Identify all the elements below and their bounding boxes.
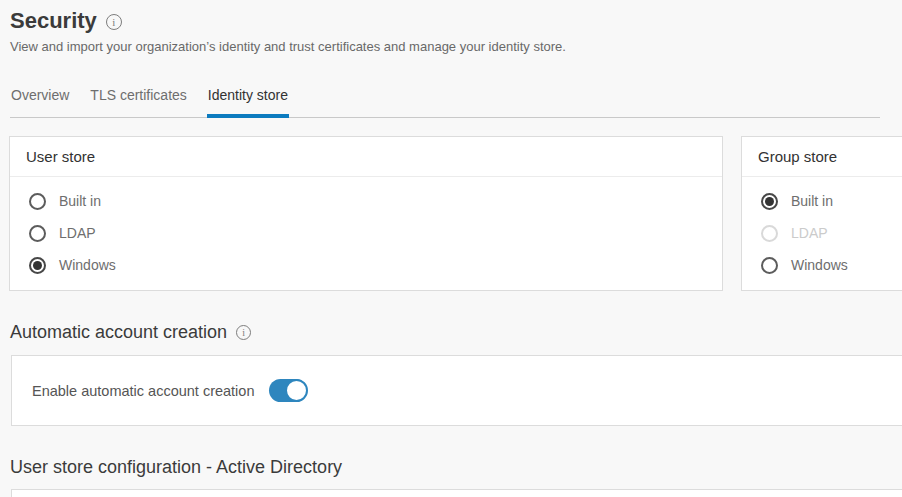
config-heading-row: User store configuration - Active Direct…: [10, 456, 902, 478]
auto-account-heading-row: Automatic account creation i: [10, 321, 902, 343]
group-store-card: Group store Built in LDAP Windows: [741, 136, 902, 291]
tab-bar: Overview TLS certificates Identity store: [10, 85, 880, 118]
radio-label: Built in: [791, 193, 833, 209]
radio-icon: [29, 193, 46, 210]
group-store-title: Group store: [742, 137, 902, 177]
user-store-option-built-in[interactable]: Built in: [10, 185, 722, 217]
security-settings-page: Security i View and import your organiza…: [0, 0, 902, 497]
tab-identity-store[interactable]: Identity store: [207, 85, 289, 117]
radio-label: LDAP: [59, 225, 96, 241]
user-store-title: User store: [10, 137, 722, 177]
page-title: Security: [10, 8, 97, 34]
toggle-knob: [285, 379, 308, 402]
auto-account-heading: Automatic account creation: [10, 321, 227, 343]
page-header: Security i View and import your organiza…: [0, 0, 902, 55]
user-store-option-ldap[interactable]: LDAP: [10, 217, 722, 249]
user-store-card: User store Built in LDAP Windows: [9, 136, 723, 291]
tab-tls-certificates[interactable]: TLS certificates: [89, 85, 187, 117]
group-store-option-windows[interactable]: Windows: [742, 249, 902, 281]
user-store-config-card: [11, 489, 902, 497]
group-store-option-built-in[interactable]: Built in: [742, 185, 902, 217]
enable-auto-account-toggle[interactable]: [269, 379, 307, 402]
radio-label: Windows: [791, 257, 848, 273]
radio-icon: [761, 193, 778, 210]
user-store-option-windows[interactable]: Windows: [10, 249, 722, 281]
radio-icon: [761, 225, 778, 242]
config-section-heading: User store configuration - Active Direct…: [10, 456, 342, 478]
page-subtitle: View and import your organization’s iden…: [10, 39, 902, 55]
radio-icon: [29, 257, 46, 274]
radio-icon: [29, 225, 46, 242]
radio-icon: [761, 257, 778, 274]
tab-overview[interactable]: Overview: [10, 85, 70, 117]
auto-account-card: Enable automatic account creation: [11, 355, 902, 426]
radio-label: Built in: [59, 193, 101, 209]
radio-label: Windows: [59, 257, 116, 273]
store-cards-row: User store Built in LDAP Windows Group s…: [9, 136, 902, 291]
enable-auto-account-label: Enable automatic account creation: [32, 383, 254, 399]
security-info-icon[interactable]: i: [106, 14, 122, 30]
group-store-option-ldap: LDAP: [742, 217, 902, 249]
radio-label: LDAP: [791, 225, 828, 241]
auto-account-info-icon[interactable]: i: [236, 325, 251, 340]
